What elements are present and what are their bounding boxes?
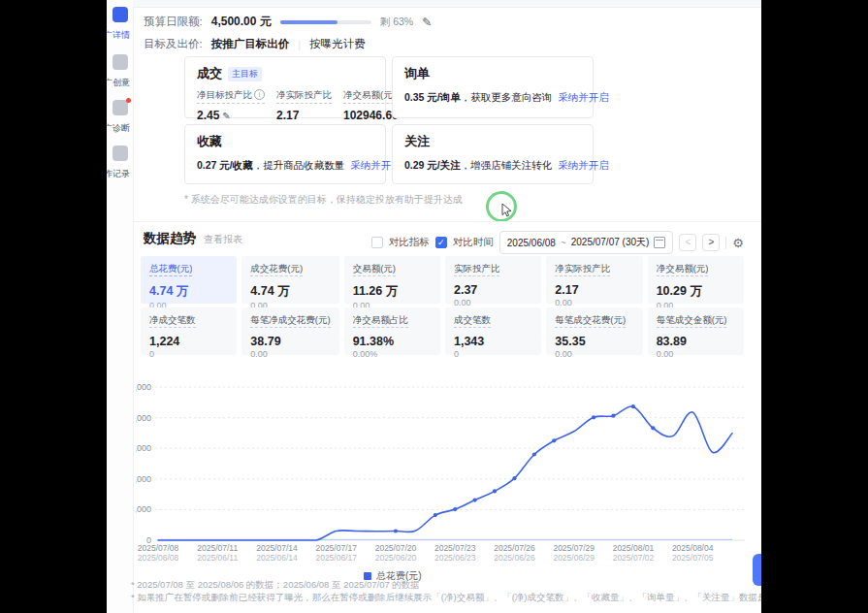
metric-value: 4.74 万 (149, 283, 228, 300)
metric-label: 交易额(元) (353, 263, 396, 276)
sidebar-item-label: 操作记录 (107, 168, 130, 180)
sidebar-item[interactable]: 推广详情 (107, 7, 132, 42)
goal-card-desc: 0.27 元/收藏，提升商品收藏数量采纳并开启 (197, 159, 373, 173)
sidebar-item[interactable]: 操作记录 (107, 145, 132, 180)
svg-text:2025/08/01: 2025/08/01 (613, 543, 655, 553)
svg-text:2,000: 2,000 (136, 474, 151, 484)
svg-text:5,000: 5,000 (136, 382, 151, 392)
history-icon (113, 145, 128, 161)
svg-text:2025/06/23: 2025/06/23 (434, 553, 476, 563)
metric-card[interactable]: 每笔净成交花费(元) 38.79 0.00 (241, 307, 338, 355)
trend-metrics-grid: 总花费(元) 4.74 万 0.00成交花费(元) 4.74 万 0.00交易额… (141, 256, 744, 355)
metric-label: 净实际投产比 (555, 263, 610, 276)
section-divider (133, 221, 761, 222)
adopt-enable-link[interactable]: 采纳并开启 (558, 159, 609, 171)
metric-label: 每笔成交花费(元) (555, 314, 626, 328)
metric-label: 净交易额(元) (657, 263, 709, 276)
compare-metric-checkbox[interactable] (371, 237, 383, 248)
footnote-2: * 如果推广在暂停或删除前已经获得了曝光，那么在暂停或删除后继续展示「(净)交易… (131, 592, 761, 604)
floating-side-button[interactable] (753, 554, 761, 586)
metric-value: 91.38% (353, 335, 432, 348)
metric-card[interactable]: 成交花费(元) 4.74 万 0.00 (241, 256, 338, 304)
metric-card[interactable]: 每笔成交金额(元) 83.89 0.00 (648, 307, 744, 355)
metric-label: 每笔成交金额(元) (657, 314, 727, 328)
date-end: 2025/07/07 (30天) (571, 236, 650, 249)
compare-time-checkbox[interactable]: ✓ (435, 237, 447, 248)
metric-card[interactable]: 净成交笔数 1,224 0 (141, 307, 237, 355)
metric-label: 净成交笔数 (149, 314, 196, 328)
edit-pencil-icon[interactable]: ✎ (222, 111, 230, 121)
compare-time-label[interactable]: 对比时间 (453, 236, 494, 249)
metric-card[interactable]: 每笔成交花费(元) 35.35 0.00 (546, 307, 642, 355)
metric-card[interactable]: 净实际投产比 2.17 0.00 (546, 256, 642, 304)
metric-card[interactable]: 交易额(元) 11.26 万 0.00 (344, 256, 440, 304)
svg-text:2025/06/29: 2025/06/29 (553, 553, 595, 563)
metric-label: 成交花费(元) (250, 263, 303, 276)
trend-title: 数据趋势 (144, 230, 196, 247)
goal-metric-value: 2.45✎ (197, 109, 265, 122)
metric-compare-value: 0 (149, 349, 228, 359)
adopt-enable-link[interactable]: 采纳并开启 (558, 91, 609, 103)
metric-compare-value: 0.00% (353, 349, 432, 359)
trend-controls: 对比指标 ✓ 对比时间 2025/06/08 ~ 2025/07/07 (30天… (371, 231, 744, 254)
metric-value: 83.89 (657, 335, 735, 348)
budget-slider[interactable] (280, 20, 371, 24)
metric-card[interactable]: 总花费(元) 4.74 万 0.00 (141, 256, 237, 304)
tab-bid-by-impression[interactable]: 按曝光计费 (309, 37, 366, 51)
metric-compare-value: 0.00 (555, 349, 633, 359)
tab-bid-by-goal[interactable]: 按推广目标出价 (211, 37, 290, 51)
sidebar-item-label: 推广创意 (107, 77, 130, 89)
compare-metric-label[interactable]: 对比指标 (389, 236, 430, 249)
metric-value: 1,343 (454, 335, 532, 348)
metric-value: 10.29 万 (657, 283, 735, 300)
primary-goal-badge: 主目标 (228, 67, 262, 81)
svg-text:2025/07/20: 2025/07/20 (375, 543, 417, 553)
screen-background: 推广详情 推广创意 推广诊断 操作记录 预算日限额: 4,500.00 元 剩 … (0, 0, 868, 613)
svg-text:2025/07/17: 2025/07/17 (315, 543, 357, 553)
metric-value: 38.79 (250, 335, 330, 348)
metric-label: 每笔净成交花费(元) (250, 314, 330, 328)
metric-card[interactable]: 实际投产比 2.37 0.00 (445, 256, 541, 304)
cursor-arrow-icon (501, 204, 513, 218)
info-icon[interactable]: i (254, 89, 265, 100)
chevron-right-icon[interactable]: > (702, 234, 720, 251)
svg-text:1,000: 1,000 (136, 504, 151, 514)
tab-separator: | (298, 39, 301, 50)
view-report-link[interactable]: 查看报表 (204, 233, 242, 246)
metric-value: 11.26 万 (353, 283, 432, 300)
goal-card-desc: 0.35 元/询单，获取更多意向咨询采纳并开启 (404, 91, 581, 105)
controls-divider (725, 237, 726, 249)
goal-note: * 系统会尽可能达成你设置的目标，保持稳定投放有助于提升达成 (184, 193, 463, 207)
edit-pencil-icon[interactable]: ✎ (422, 16, 432, 29)
metric-label: 成交笔数 (454, 314, 491, 328)
trend-line-chart: 01,0002,0003,0004,0005,0002025/07/082025… (136, 378, 756, 567)
goal-card-title: 关注 (404, 133, 581, 150)
sidebar-item[interactable]: 推广创意 (107, 54, 132, 89)
chevron-left-icon[interactable]: < (679, 234, 696, 251)
metric-card[interactable]: 成交笔数 1,343 0 (445, 307, 541, 355)
settings-gear-icon[interactable]: ⚙ (732, 236, 744, 250)
bidding-label: 目标及出价: (144, 37, 203, 51)
metric-value: 35.35 (555, 335, 633, 348)
svg-text:4,000: 4,000 (136, 413, 151, 423)
detail-icon (113, 7, 128, 22)
metric-card[interactable]: 净交易额(元) 10.29 万 0.00 (648, 256, 744, 304)
budget-value: 4,500.00 元 (211, 14, 272, 30)
svg-text:2025/07/02: 2025/07/02 (613, 553, 655, 563)
svg-text:3,000: 3,000 (136, 443, 151, 453)
goal-card-title: 收藏 (197, 133, 373, 150)
date-range-input[interactable]: 2025/06/08 ~ 2025/07/07 (30天) (499, 231, 674, 254)
svg-text:2025/06/11: 2025/06/11 (197, 553, 238, 563)
sidebar-item[interactable]: 推广诊断 (107, 100, 132, 135)
goal-metric-label: 净目标投产比i (197, 89, 265, 104)
metric-card[interactable]: 净交易额占比 91.38% 0.00% (344, 307, 440, 355)
goal-card-title: 询单 (404, 65, 581, 82)
metric-compare-value: 0.00 (555, 298, 633, 307)
goal-card-收藏: 收藏0.27 元/收藏，提升商品收藏数量采纳并开启 (184, 124, 386, 184)
goal-metric-label: 净交易额(元) (343, 89, 399, 104)
svg-text:2025/07/14: 2025/07/14 (256, 543, 298, 553)
metric-compare-value: 0.00 (454, 298, 532, 307)
goal-metric-value: 2.17 (276, 109, 332, 122)
goal-card-成交: 成交主目标净目标投产比i 2.45✎净实际投产比 2.17净交易额(元) 102… (184, 56, 386, 118)
svg-text:2025/07/05: 2025/07/05 (672, 553, 714, 563)
